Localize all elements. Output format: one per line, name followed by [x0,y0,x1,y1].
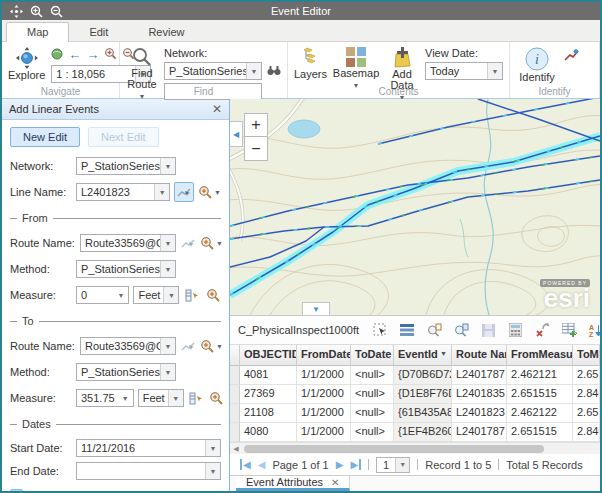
table-cell[interactable]: 2.462122 [507,404,573,423]
close-icon[interactable]: ✕ [212,102,222,116]
table-cell[interactable]: 1/1/2000 [297,404,351,423]
table-cell[interactable]: 1/1/2000 [297,385,351,404]
ribbon-zoom-in-icon[interactable] [104,47,117,62]
last-page-button[interactable]: ▶ [350,459,361,470]
pick-to-measure-button[interactable] [188,388,204,408]
chevron-down-icon[interactable]: ▼ [160,364,175,380]
map-zoom-out-button[interactable]: − [244,137,268,161]
horizontal-scrollbar[interactable]: ◀ [230,442,600,454]
row-selector[interactable] [230,366,240,385]
table-cell[interactable]: L2401835 [452,385,507,404]
zoom-to-line-button[interactable]: ▼ [198,185,221,199]
column-header[interactable]: EventId▼ [394,345,452,366]
chevron-down-icon[interactable]: ▼ [163,287,178,303]
full-extent-icon[interactable] [51,48,63,62]
table-cell[interactable]: L2401787 [452,366,507,385]
new-edit-button[interactable]: New Edit [10,127,80,147]
pick-from-measure-button[interactable] [183,285,200,305]
column-header[interactable]: OBJECTID [240,345,297,366]
zoom-to-selected-icon[interactable] [426,322,442,338]
chevron-down-icon[interactable]: ▼ [113,287,128,303]
close-icon[interactable]: ✕ [331,477,339,488]
table-row[interactable]: 40801/1/2000<null>{1EF4B260-FL24017872.6… [230,423,600,442]
page-number-combobox[interactable]: 1 ▼ [376,457,410,473]
chevron-down-icon[interactable]: ▼ [160,338,175,354]
table-cell[interactable]: 4080 [240,423,297,442]
table-cell[interactable]: 2.651515 [507,385,573,404]
select-from-route-button[interactable] [180,233,196,253]
table-row[interactable]: 40811/1/2000<null>{D70B6D72-3L24017872.4… [230,366,600,385]
table-cell[interactable]: <null> [351,404,394,423]
line-name-combobox[interactable]: L2401823 ▼ [76,183,170,201]
row-selector[interactable] [230,404,240,423]
sort-descending-icon[interactable]: ▼ [440,348,447,363]
to-measure-combobox[interactable]: 351.75 ▼ [76,389,134,407]
chevron-down-icon[interactable]: ▼ [395,458,409,472]
chevron-down-icon[interactable]: ▼ [205,440,220,456]
table-cell[interactable]: {D70B6D72-3 [394,366,452,385]
chevron-down-icon[interactable]: ▼ [246,63,261,79]
column-header[interactable]: FromMeasure [507,345,573,366]
show-selected-records-icon[interactable] [399,322,415,338]
map-zoom-in-button[interactable]: + [244,113,268,137]
add-record-icon[interactable] [561,322,577,338]
zoom-to-to-route-button[interactable]: ▼ [200,339,223,353]
scrollbar-thumb[interactable] [244,445,544,453]
checkbox[interactable]: ✓ [10,489,23,491]
zoom-to-from-measure-button[interactable] [204,285,221,305]
pan-to-selected-icon[interactable] [453,322,469,338]
chevron-down-icon[interactable]: ▼ [154,184,169,200]
delete-selected-icon[interactable] [534,322,550,338]
chevron-down-icon[interactable]: ▼ [160,261,175,277]
table-cell[interactable]: {D1E8F76D-F [394,385,452,404]
tab-event-attributes[interactable]: Event Attributes ✕ [236,476,350,491]
from-measure-combobox[interactable]: 0 ▼ [76,286,129,304]
column-header[interactable]: ToMea [573,345,600,366]
tab-map[interactable]: Map [6,22,69,42]
from-route-name-combobox[interactable]: Route33569@Cent ▼ [80,234,176,252]
calculator-icon[interactable] [507,322,523,338]
collapse-panel-button[interactable]: ◀ [230,121,243,147]
to-unit-combobox[interactable]: Feet ▼ [138,389,184,407]
table-cell[interactable]: 4081 [240,366,297,385]
column-header[interactable]: Route Name [452,345,507,366]
select-by-box-icon[interactable] [372,322,388,338]
tab-review[interactable]: Review [128,23,204,41]
chevron-down-icon[interactable]: ▼ [168,390,183,406]
table-cell[interactable]: <null> [351,385,394,404]
previous-page-button[interactable]: ◀ [258,459,266,470]
select-line-on-map-button[interactable] [174,182,194,202]
table-cell[interactable]: 1/1/2000 [297,423,351,442]
identify-route-location-icon[interactable] [564,45,579,64]
view-date-combobox[interactable]: Today ▼ [425,62,503,80]
next-page-button[interactable]: ▶ [336,459,344,470]
identify-button[interactable]: i Identify [516,45,558,83]
table-cell[interactable]: L2401787 [452,423,507,442]
map-view[interactable]: + − ◀ ▼ POWERED BY esri [230,99,600,315]
next-edit-button[interactable]: Next Edit [88,127,159,147]
next-extent-icon[interactable]: → [86,49,99,61]
layers-button[interactable]: Layers [294,45,327,80]
previous-extent-icon[interactable]: ← [68,49,81,61]
zoom-to-from-route-button[interactable]: ▼ [200,236,223,250]
row-selector[interactable] [230,385,240,404]
from-method-combobox[interactable]: P_StationSeries ▼ [76,260,176,278]
first-page-button[interactable]: ◀ [240,459,251,470]
table-row[interactable]: 211081/1/2000<null>{61B435A8-3L24018232.… [230,404,600,423]
table-row[interactable]: 273691/1/2000<null>{D1E8F76D-FL24018352.… [230,385,600,404]
table-cell[interactable]: <null> [351,423,394,442]
chevron-down-icon[interactable]: ▼ [487,63,502,79]
table-cell[interactable]: 21108 [240,404,297,423]
save-icon[interactable] [480,322,496,338]
table-cell[interactable]: 2.8409 [573,423,600,442]
table-cell[interactable]: 2.6515 [573,404,600,423]
table-cell[interactable]: L2401823 [452,404,507,423]
zoom-to-to-measure-button[interactable] [208,388,224,408]
table-cell[interactable]: 2.651515 [507,423,573,442]
chevron-down-icon[interactable]: ▼ [160,235,175,251]
table-cell[interactable]: 2.8409 [573,385,600,404]
start-date-combobox[interactable]: 11/21/2016 ▼ [76,439,221,457]
end-date-combobox[interactable]: ▼ [76,462,221,480]
sort-icon[interactable]: AZ [588,322,602,338]
table-cell[interactable]: 2.6515 [573,366,600,385]
